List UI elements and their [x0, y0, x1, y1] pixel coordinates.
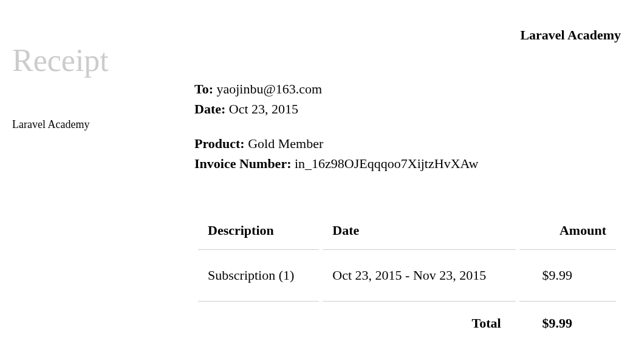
- product-label: Product:: [194, 136, 245, 151]
- total-label: Total: [323, 302, 515, 335]
- col-header-amount: Amount: [519, 215, 616, 250]
- cell-amount: $9.99: [519, 250, 616, 302]
- to-value: yaojinbu@163.com: [216, 81, 322, 96]
- receipt-meta: To: yaojinbu@163.com Date: Oct 23, 2015 …: [194, 79, 478, 174]
- line-items-table: Description Date Amount Subscription (1)…: [194, 215, 620, 335]
- date-label: Date:: [194, 101, 225, 116]
- vendor-name: Laravel Academy: [12, 118, 89, 131]
- product-value: Gold Member: [248, 136, 323, 151]
- cell-description: Subscription (1): [198, 250, 319, 302]
- col-header-date: Date: [323, 215, 515, 250]
- table-row: Subscription (1) Oct 23, 2015 - Nov 23, …: [198, 250, 616, 302]
- total-value: $9.99: [519, 302, 616, 335]
- brand-name: Laravel Academy: [520, 27, 621, 43]
- col-header-description: Description: [198, 215, 319, 250]
- to-label: To:: [194, 81, 213, 96]
- invoice-value: in_16z98OJEqqqoo7XijtzHvXAw: [295, 156, 478, 171]
- date-value: Oct 23, 2015: [229, 101, 298, 116]
- receipt-heading: Receipt: [12, 42, 109, 78]
- total-row: Total $9.99: [198, 302, 616, 335]
- invoice-label: Invoice Number:: [194, 156, 291, 171]
- cell-date: Oct 23, 2015 - Nov 23, 2015: [323, 250, 515, 302]
